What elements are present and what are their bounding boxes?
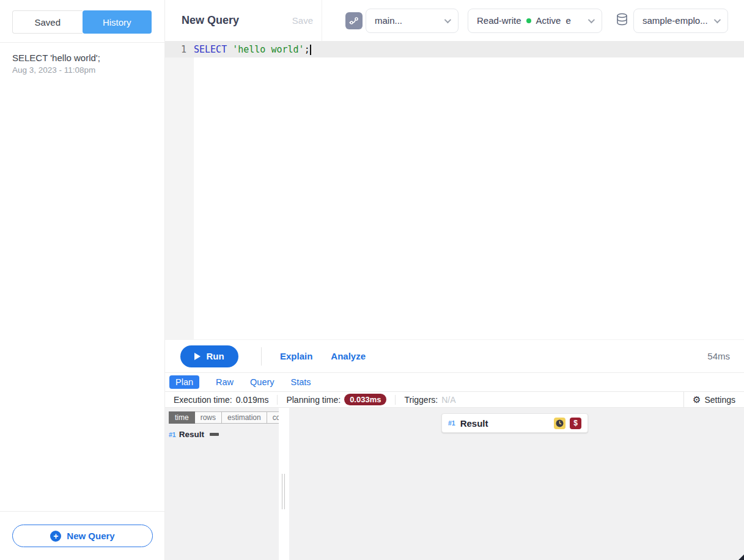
- plan-diagram-canvas[interactable]: #1 Result $: [289, 408, 744, 560]
- sql-editor[interactable]: 1 SELECT 'hello world';: [165, 42, 744, 339]
- plan-node-badges: $: [554, 418, 581, 429]
- sql-string: 'hello world': [232, 44, 304, 55]
- branch-select-value: main...: [375, 15, 402, 26]
- result-tabs: Plan Raw Query Stats: [165, 373, 744, 392]
- sql-editor-app: Saved History SELECT 'hello world'; Aug …: [0, 0, 744, 560]
- plan-node-name: Result: [460, 418, 488, 429]
- triggers: Triggers: N/A: [396, 392, 464, 407]
- explain-link[interactable]: Explain: [280, 351, 312, 361]
- sidebar: Saved History SELECT 'hello world'; Aug …: [0, 0, 165, 560]
- connection-toolbar: main... Read-write Active e: [322, 0, 744, 41]
- dollar-icon: $: [570, 418, 581, 429]
- metric-tab-estimation[interactable]: estimation: [222, 411, 267, 424]
- database-icon: [616, 13, 628, 29]
- metric-tab-time[interactable]: time: [169, 411, 195, 424]
- editor-active-line[interactable]: 1 SELECT 'hello world';: [165, 42, 744, 57]
- planning-time: Planning time: 0.033ms: [278, 392, 395, 407]
- database-select-value: sample-emplo...: [643, 15, 708, 26]
- run-button[interactable]: Run: [180, 345, 238, 367]
- splitter-handle-icon: [282, 474, 285, 509]
- branch-icon: [345, 12, 363, 29]
- plan-node-id: #1: [448, 419, 455, 427]
- divider: [261, 347, 262, 366]
- branch-select[interactable]: main...: [366, 9, 459, 33]
- history-timestamp: Aug 3, 2023 - 11:08pm: [12, 65, 152, 75]
- editor-gutter: [165, 57, 194, 339]
- new-query-button[interactable]: + New Query: [12, 525, 153, 547]
- clock-icon: [554, 418, 565, 429]
- tab-history[interactable]: History: [83, 10, 152, 34]
- panel-splitter[interactable]: [279, 408, 289, 560]
- code-line-content: SELECT 'hello world';: [194, 44, 311, 55]
- stats-bar: Execution time: 0.019ms Planning time: 0…: [165, 392, 744, 408]
- tab-plan[interactable]: Plan: [169, 375, 199, 389]
- database-select[interactable]: sample-emplo...: [633, 9, 728, 33]
- resize-grip-icon[interactable]: [738, 554, 744, 560]
- text-cursor: [310, 45, 311, 55]
- page-title: New Query: [182, 14, 239, 27]
- planning-time-label: Planning time:: [286, 395, 341, 405]
- plan-area: time rows estimation cost #1 Result #1: [165, 408, 744, 560]
- endpoint-mode: Read-write: [477, 15, 521, 26]
- query-header: New Query Save: [165, 0, 322, 41]
- sidebar-footer: + New Query: [0, 511, 164, 560]
- chevron-down-icon: [588, 16, 595, 23]
- history-list: SELECT 'hello world'; Aug 3, 2023 - 11:0…: [0, 43, 164, 511]
- run-button-label: Run: [206, 351, 224, 361]
- settings-button[interactable]: ⚙ Settings: [683, 392, 744, 407]
- triggers-label: Triggers:: [404, 395, 438, 405]
- top-bar: New Query Save main... Read-write: [165, 0, 744, 42]
- play-icon: [194, 353, 201, 360]
- tab-query[interactable]: Query: [250, 377, 274, 387]
- plan-node-name: Result: [179, 430, 204, 439]
- endpoint-extra: e: [565, 15, 570, 26]
- editor-empty-area[interactable]: [165, 57, 744, 339]
- plan-metric-tabs: time rows estimation cost: [169, 411, 279, 424]
- endpoint-select[interactable]: Read-write Active e: [468, 9, 602, 33]
- main-panel: New Query Save main... Read-write: [165, 0, 744, 560]
- execution-time-label: Execution time:: [174, 395, 232, 405]
- sql-punct: ;: [304, 44, 310, 55]
- run-bar: Run Explain Analyze 54ms: [165, 339, 744, 373]
- execution-time-value: 0.019ms: [236, 395, 269, 405]
- tab-saved[interactable]: Saved: [12, 10, 83, 34]
- chevron-down-icon: [714, 16, 721, 23]
- save-button[interactable]: Save: [292, 15, 313, 26]
- plan-node-id: #1: [169, 431, 176, 438]
- line-number: 1: [165, 44, 194, 55]
- execution-time: Execution time: 0.019ms: [165, 392, 277, 407]
- query-duration: 54ms: [707, 351, 730, 361]
- analyze-link[interactable]: Analyze: [331, 351, 366, 361]
- new-query-button-label: New Query: [67, 531, 114, 541]
- plan-table-row[interactable]: #1 Result: [169, 430, 279, 439]
- history-item[interactable]: SELECT 'hello world'; Aug 3, 2023 - 11:0…: [0, 43, 164, 84]
- gear-icon: ⚙: [693, 394, 701, 405]
- plan-node-card[interactable]: #1 Result $: [441, 413, 588, 433]
- tab-stats[interactable]: Stats: [291, 377, 311, 387]
- time-bar: [210, 433, 219, 436]
- status-dot-icon: [526, 18, 531, 23]
- sidebar-tabs: Saved History: [0, 0, 164, 43]
- tab-raw[interactable]: Raw: [216, 377, 234, 387]
- endpoint-status: Active: [536, 15, 561, 26]
- sql-keyword: SELECT: [194, 44, 227, 55]
- history-query-text: SELECT 'hello world';: [12, 53, 152, 63]
- triggers-value: N/A: [441, 395, 455, 405]
- settings-label: Settings: [704, 395, 735, 405]
- plus-icon: +: [50, 531, 61, 542]
- chevron-down-icon: [444, 16, 451, 23]
- plan-table-panel: time rows estimation cost #1 Result: [165, 408, 279, 560]
- planning-time-badge: 0.033ms: [344, 394, 386, 405]
- metric-tab-rows[interactable]: rows: [195, 411, 222, 424]
